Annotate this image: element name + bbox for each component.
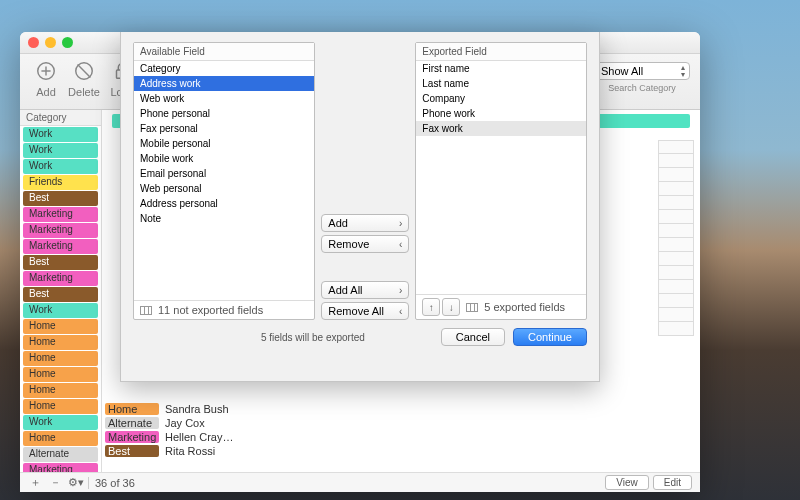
move-down-button[interactable]: ↓ [442, 298, 460, 316]
footer-edit-button[interactable]: Edit [653, 475, 692, 490]
sidebar-item[interactable]: Best [23, 287, 98, 302]
list-item[interactable]: Category [134, 61, 314, 76]
export-status: 5 fields will be exported [133, 332, 433, 343]
table-row[interactable]: BestRita Rossi [102, 444, 233, 458]
category-filter-button[interactable]: Show All ▴▾ [594, 62, 690, 80]
list-item[interactable]: Address personal [134, 196, 314, 211]
footer-bar: ＋ － ⚙︎▾ 36 of 36 View Edit [20, 472, 700, 492]
list-item[interactable]: Phone work [416, 106, 586, 121]
field-track[interactable] [658, 252, 694, 266]
field-track[interactable] [658, 182, 694, 196]
sidebar-item[interactable]: Home [23, 335, 98, 350]
sidebar-item[interactable]: Work [23, 143, 98, 158]
add-button[interactable]: Add [30, 58, 62, 98]
list-item[interactable]: Email personal [134, 166, 314, 181]
continue-button[interactable]: Continue [513, 328, 587, 346]
sidebar-item[interactable]: Best [23, 191, 98, 206]
sidebar-item[interactable]: Home [23, 319, 98, 334]
plus-circle-icon [33, 58, 59, 84]
sidebar-item[interactable]: Work [23, 303, 98, 318]
field-track[interactable] [658, 210, 694, 224]
chevron-right-icon: › [399, 218, 402, 229]
traffic-lights [28, 37, 73, 48]
available-fields-list[interactable]: Available Field CategoryAddress workWeb … [133, 42, 315, 320]
field-track[interactable] [658, 224, 694, 238]
exported-fields-list[interactable]: Exported Field First nameLast nameCompan… [415, 42, 587, 320]
sidebar-item[interactable]: Home [23, 351, 98, 366]
sidebar-item[interactable]: Friends [23, 175, 98, 190]
list-item[interactable]: Fax personal [134, 121, 314, 136]
list-item[interactable]: Address work [134, 76, 314, 91]
list-item[interactable]: Mobile work [134, 151, 314, 166]
chevron-left-icon: ‹ [399, 239, 402, 250]
field-track[interactable] [658, 266, 694, 280]
gear-menu[interactable]: ⚙︎▾ [68, 476, 82, 489]
table-row[interactable]: HomeSandra Bush [102, 402, 233, 416]
sidebar-item[interactable]: Marketing [23, 239, 98, 254]
delete-button[interactable]: Delete [68, 58, 100, 98]
remove-row-button[interactable]: － [48, 475, 62, 490]
list-item[interactable]: Phone personal [134, 106, 314, 121]
sidebar-header: Category [20, 110, 101, 126]
footer-view-button[interactable]: View [605, 475, 649, 490]
sidebar-item[interactable]: Work [23, 415, 98, 430]
sidebar-item[interactable]: Home [23, 367, 98, 382]
list-item[interactable]: Last name [416, 76, 586, 91]
move-up-button[interactable]: ↑ [422, 298, 440, 316]
sidebar-item[interactable]: Home [23, 431, 98, 446]
updown-icon: ▴▾ [681, 64, 685, 78]
zoom-icon[interactable] [62, 37, 73, 48]
sidebar-item[interactable]: Home [23, 383, 98, 398]
record-count: 36 of 36 [95, 477, 135, 489]
category-filter: Show All ▴▾ Search Category [594, 62, 690, 93]
category-sidebar: Category WorkWorkWorkFriendsBestMarketin… [20, 110, 102, 472]
field-track[interactable] [658, 308, 694, 322]
field-tracks [658, 140, 694, 336]
add-all-button[interactable]: Add All› [321, 281, 409, 299]
sidebar-item[interactable]: Work [23, 127, 98, 142]
field-track[interactable] [658, 238, 694, 252]
sidebar-item[interactable]: Best [23, 255, 98, 270]
table-row[interactable]: MarketingHellen Cray… [102, 430, 233, 444]
columns-icon [140, 306, 152, 315]
list-item[interactable]: Web work [134, 91, 314, 106]
sidebar-item[interactable]: Marketing [23, 271, 98, 286]
chevron-right-icon: › [399, 285, 402, 296]
sidebar-item[interactable]: Marketing [23, 207, 98, 222]
field-track[interactable] [658, 322, 694, 336]
field-track[interactable] [658, 294, 694, 308]
remove-all-button[interactable]: Remove All‹ [321, 302, 409, 320]
svg-line-4 [78, 65, 91, 78]
sidebar-item[interactable]: Alternate [23, 447, 98, 462]
list-item[interactable]: Company [416, 91, 586, 106]
minimize-icon[interactable] [45, 37, 56, 48]
list-item[interactable]: Note [134, 211, 314, 226]
field-track[interactable] [658, 280, 694, 294]
list-item[interactable]: First name [416, 61, 586, 76]
app-window: My Contacts.privcont — Edited ⌵ Add Dele… [20, 32, 700, 492]
field-track[interactable] [658, 196, 694, 210]
sidebar-item[interactable]: Marketing [23, 223, 98, 238]
close-icon[interactable] [28, 37, 39, 48]
field-track[interactable] [658, 154, 694, 168]
sidebar-item[interactable]: Home [23, 399, 98, 414]
field-track[interactable] [658, 168, 694, 182]
chevron-left-icon: ‹ [399, 306, 402, 317]
sidebar-item[interactable]: Marketing [23, 463, 98, 472]
table-row[interactable]: AlternateJay Cox [102, 416, 233, 430]
add-field-button[interactable]: Add› [321, 214, 409, 232]
no-entry-icon [71, 58, 97, 84]
field-track[interactable] [658, 140, 694, 154]
remove-field-button[interactable]: Remove‹ [321, 235, 409, 253]
add-row-button[interactable]: ＋ [28, 475, 42, 490]
sidebar-item[interactable]: Work [23, 159, 98, 174]
list-item[interactable]: Web personal [134, 181, 314, 196]
columns-icon [466, 303, 478, 312]
list-item[interactable]: Mobile personal [134, 136, 314, 151]
list-item[interactable]: Fax work [416, 121, 586, 136]
cancel-button[interactable]: Cancel [441, 328, 505, 346]
export-fields-dialog: Available Field CategoryAddress workWeb … [120, 32, 600, 382]
